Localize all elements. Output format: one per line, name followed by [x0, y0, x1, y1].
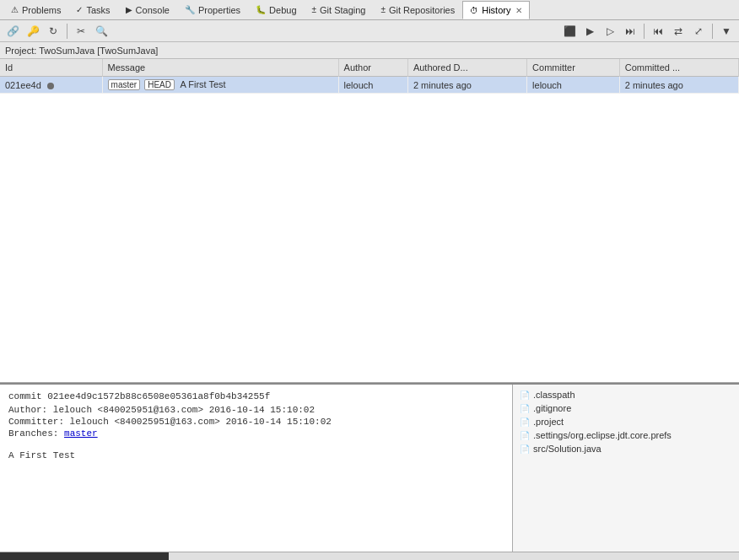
- branches-label: Branches:: [8, 428, 58, 439]
- col-id: Id: [0, 59, 102, 77]
- tab-debug-label: Debug: [269, 5, 296, 15]
- tasks-icon: ✓: [76, 5, 83, 14]
- tab-git-staging[interactable]: ± Git Staging: [305, 1, 374, 19]
- row-id: 021ee4d: [0, 77, 102, 94]
- badge-master: master: [108, 79, 141, 90]
- toolbar-expand-btn[interactable]: ⤢: [689, 23, 708, 40]
- row-committer: lelouch: [527, 77, 620, 94]
- col-authored-date: Authored D...: [407, 59, 526, 77]
- row-message-text: A First Test: [180, 79, 225, 89]
- row-authored-date: 2 minutes ago: [407, 77, 526, 94]
- tab-properties[interactable]: 🔧 Properties: [177, 1, 248, 19]
- debug-icon: 🐛: [256, 5, 266, 14]
- toolbar-sep-1: [67, 24, 67, 39]
- file-icon-classpath: 📄: [520, 390, 530, 400]
- toolbar-cut-btn[interactable]: ✂: [72, 23, 90, 40]
- toolbar-skip-next-btn[interactable]: ⏭: [621, 23, 639, 40]
- tab-console-label: Console: [136, 5, 170, 15]
- bottom-scroll[interactable]: [0, 552, 739, 560]
- tab-history-close[interactable]: ✕: [515, 6, 522, 15]
- toolbar-play-outline-btn[interactable]: ▷: [601, 23, 619, 40]
- tab-debug[interactable]: 🐛 Debug: [248, 1, 304, 19]
- tab-tasks[interactable]: ✓ Tasks: [68, 1, 117, 19]
- properties-icon: 🔧: [185, 5, 195, 14]
- commit-author-line: Author: lelouch <840025951@163.com> 2016…: [8, 405, 504, 415]
- table-header-row: Id Message Author Authored D... Committe…: [0, 59, 739, 77]
- file-name-settings: .settings/org.eclipse.jdt.core.prefs: [533, 430, 672, 440]
- file-icon-gitignore: 📄: [520, 404, 530, 413]
- table-row[interactable]: 021ee4d master HEAD A First Test lelouch…: [0, 77, 739, 94]
- file-item[interactable]: 📄 .project: [513, 415, 739, 428]
- tab-history-label: History: [482, 5, 510, 15]
- col-message: Message: [102, 59, 338, 77]
- history-icon: ⏱: [470, 6, 478, 15]
- file-item[interactable]: 📄 .settings/org.eclipse.jdt.core.prefs: [513, 428, 739, 442]
- tab-bar: ⚠ Problems ✓ Tasks ▶ Console 🔧 Propertie…: [0, 0, 739, 20]
- tab-git-staging-label: Git Staging: [320, 5, 365, 15]
- file-name-gitignore: .gitignore: [533, 403, 571, 413]
- commit-table: Id Message Author Authored D... Committe…: [0, 59, 739, 94]
- file-icon-solution: 📄: [520, 444, 530, 454]
- col-committer: Committer: [527, 59, 620, 77]
- commit-table-container: Id Message Author Authored D... Committe…: [0, 59, 739, 383]
- toolbar-sep-2: [644, 24, 645, 39]
- bottom-scroll-bar: [0, 552, 169, 560]
- col-committed: Committed ...: [619, 59, 738, 77]
- toolbar-refresh-btn[interactable]: ↻: [44, 23, 62, 40]
- console-icon: ▶: [126, 5, 132, 14]
- problems-icon: ⚠: [11, 5, 19, 14]
- toolbar-search-btn[interactable]: 🔍: [92, 23, 111, 40]
- file-name-project: .project: [533, 417, 564, 427]
- toolbar-square-btn[interactable]: ⬛: [560, 23, 579, 40]
- file-list: 📄 .classpath 📄 .gitignore 📄 .project 📄 .…: [513, 385, 739, 552]
- commit-details: commit 021ee4d9c1572b88c6508e05361a8f0b4…: [0, 385, 513, 552]
- project-label: Project: TwoSumJava [TwoSumJava]: [0, 42, 739, 59]
- tab-problems-label: Problems: [22, 5, 61, 15]
- row-committed: 2 minutes ago: [619, 77, 738, 94]
- tab-properties-label: Properties: [198, 5, 240, 15]
- toolbar-play-btn[interactable]: ▶: [580, 23, 599, 40]
- toolbar-key-btn[interactable]: 🔑: [24, 23, 42, 40]
- tab-problems[interactable]: ⚠ Problems: [3, 1, 68, 19]
- file-item[interactable]: 📄 src/Solution.java: [513, 442, 739, 455]
- tab-console[interactable]: ▶ Console: [118, 1, 177, 19]
- toolbar-skip-prev-btn[interactable]: ⏮: [649, 23, 667, 40]
- row-message: master HEAD A First Test: [102, 77, 338, 94]
- toolbar: 🔗 🔑 ↻ ✂ 🔍 ⬛ ▶ ▷ ⏭ ⏮ ⇄ ⤢ ▼: [0, 20, 739, 42]
- bottom-panel: commit 021ee4d9c1572b88c6508e05361a8f0b4…: [0, 383, 739, 552]
- commit-branches-line: Branches: master: [8, 428, 504, 439]
- commit-message: A First Test: [8, 450, 504, 460]
- commit-hash: commit 021ee4d9c1572b88c6508e05361a8f0b4…: [8, 391, 504, 401]
- commit-committer-line: Committer: lelouch <840025951@163.com> 2…: [8, 417, 504, 427]
- tab-git-repositories[interactable]: ± Git Repositories: [373, 1, 462, 19]
- file-icon-settings: 📄: [520, 431, 530, 440]
- tab-history[interactable]: ⏱ History ✕: [462, 1, 530, 19]
- badge-head: HEAD: [144, 79, 175, 90]
- file-item[interactable]: 📄 .gitignore: [513, 401, 739, 415]
- toolbar-link-btn[interactable]: 🔗: [3, 23, 22, 40]
- col-author: Author: [338, 59, 407, 77]
- file-icon-project: 📄: [520, 417, 530, 427]
- file-name-classpath: .classpath: [533, 390, 575, 400]
- dot-indicator: [47, 83, 54, 89]
- main-area: Id Message Author Authored D... Committe…: [0, 59, 739, 560]
- tab-git-repositories-label: Git Repositories: [389, 5, 455, 15]
- row-author: lelouch: [338, 77, 407, 94]
- git-repositories-icon: ±: [380, 5, 386, 14]
- toolbar-dropdown-btn[interactable]: ▼: [717, 23, 736, 40]
- branch-link[interactable]: master: [64, 428, 98, 439]
- git-staging-icon: ±: [312, 5, 317, 14]
- toolbar-swap-btn[interactable]: ⇄: [669, 23, 688, 40]
- file-name-solution: src/Solution.java: [533, 444, 601, 454]
- toolbar-sep-3: [712, 24, 713, 39]
- file-item[interactable]: 📄 .classpath: [513, 388, 739, 401]
- tab-tasks-label: Tasks: [86, 5, 110, 15]
